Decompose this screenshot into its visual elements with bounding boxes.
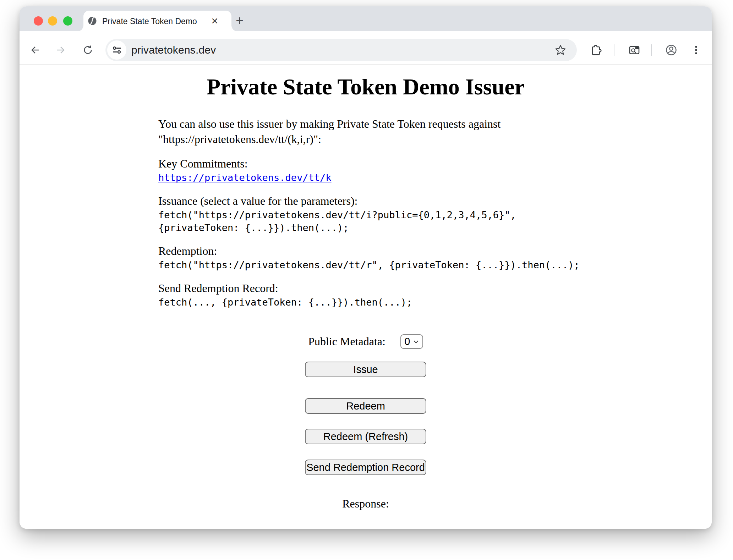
forward-button[interactable] xyxy=(53,42,69,58)
key-commitments-label: Key Commitments: xyxy=(158,157,248,170)
bookmark-star-icon[interactable] xyxy=(554,44,567,56)
page-title: Private State Token Demo Issuer xyxy=(20,74,712,100)
back-button[interactable] xyxy=(27,42,43,58)
issuance-code: fetch("https://privatetokens.dev/tt/i?pu… xyxy=(158,209,573,234)
public-metadata-row: Public Metadata: 0 xyxy=(20,334,712,349)
redeem-refresh-button[interactable]: Redeem (Refresh) xyxy=(305,429,426,444)
intro-paragraph: You can also use this issuer by making P… xyxy=(158,116,573,147)
browser-toolbar: privatetokens.dev xyxy=(20,31,712,65)
toolbar-divider xyxy=(614,44,614,56)
key-commitments-section: Key Commitments: https://privatetokens.d… xyxy=(158,156,573,184)
doc-text-column: You can also use this issuer by making P… xyxy=(158,116,573,309)
new-tab-button[interactable]: + xyxy=(233,13,247,28)
close-tab-icon[interactable]: ✕ xyxy=(209,15,220,27)
redemption-code: fetch("https://privatetokens.dev/tt/r", … xyxy=(158,259,573,271)
reload-button[interactable] xyxy=(80,42,96,58)
profile-icon[interactable] xyxy=(663,42,679,58)
browser-tab[interactable]: Private State Token Demo ✕ xyxy=(83,11,231,31)
public-metadata-label: Public Metadata: xyxy=(308,335,385,348)
zoom-window-button[interactable] xyxy=(63,16,72,26)
issuance-section: Issuance (select a value for the paramet… xyxy=(158,193,573,234)
send-redemption-record-code: fetch(..., {privateToken: {...}}).then(.… xyxy=(158,296,573,309)
issuance-label: Issuance (select a value for the paramet… xyxy=(158,194,357,207)
side-panel-search-icon[interactable] xyxy=(627,42,642,58)
menu-dots-icon[interactable] xyxy=(688,42,704,58)
key-commitments-link[interactable]: https://privatetokens.dev/tt/k xyxy=(158,171,332,184)
close-window-button[interactable] xyxy=(34,16,43,26)
tab-strip: Private State Token Demo ✕ + xyxy=(20,6,712,31)
browser-window: Private State Token Demo ✕ + xyxy=(20,6,712,529)
minimize-window-button[interactable] xyxy=(48,16,57,26)
toolbar-divider xyxy=(651,44,652,56)
extensions-icon[interactable] xyxy=(588,42,603,58)
chevron-down-icon xyxy=(413,340,419,344)
site-info-button[interactable] xyxy=(107,40,126,60)
address-bar[interactable]: privatetokens.dev xyxy=(105,39,577,61)
page-content: Private State Token Demo Issuer You can … xyxy=(20,65,712,529)
redeem-button[interactable]: Redeem xyxy=(305,398,426,414)
send-redemption-record-section: Send Redemption Record: fetch(..., {priv… xyxy=(158,281,573,309)
send-redemption-record-label: Send Redemption Record: xyxy=(158,282,278,295)
public-metadata-select[interactable]: 0 xyxy=(400,334,423,349)
tab-title: Private State Token Demo xyxy=(102,17,202,26)
globe-favicon-icon xyxy=(88,16,97,26)
redemption-section: Redemption: fetch("https://privatetokens… xyxy=(158,243,573,271)
url-text[interactable]: privatetokens.dev xyxy=(131,44,216,56)
redemption-label: Redemption: xyxy=(158,245,217,257)
send-redemption-record-button[interactable]: Send Redemption Record xyxy=(305,460,426,475)
issue-button[interactable]: Issue xyxy=(305,362,426,377)
public-metadata-value: 0 xyxy=(404,336,410,347)
response-label: Response: xyxy=(20,497,712,510)
